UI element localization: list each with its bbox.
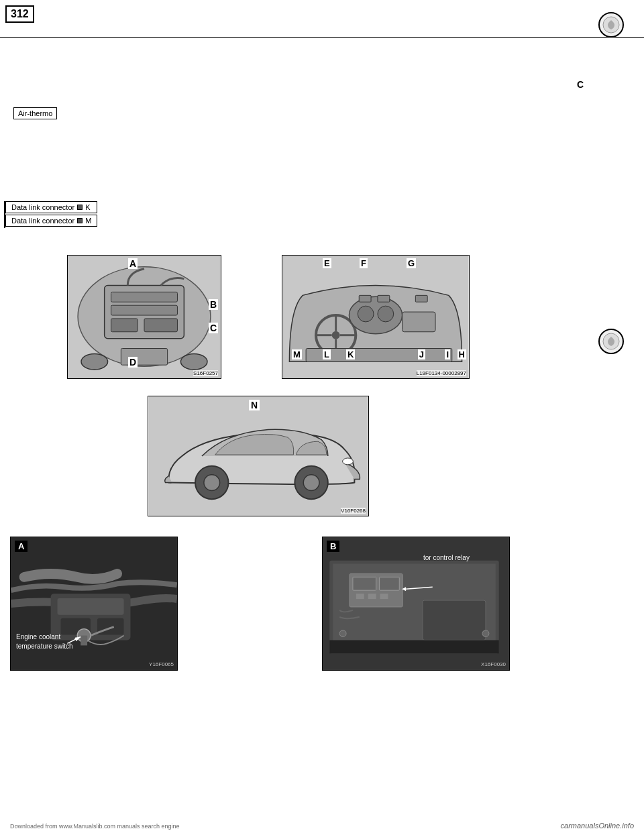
engine-fig-code: S16F0257 — [193, 370, 218, 376]
relay-photo-label: B — [327, 541, 339, 552]
svg-point-19 — [358, 306, 374, 322]
right-badge-lower — [598, 329, 624, 354]
relay-fig-code: X16F0030 — [481, 661, 506, 667]
svg-rect-39 — [80, 636, 87, 646]
data-link-section: Data link connector K Data link connecto… — [5, 201, 97, 228]
engine-label-c: C — [209, 323, 218, 333]
svg-point-31 — [303, 475, 319, 491]
svg-rect-35 — [58, 598, 124, 615]
data-link-connector-1-label: Data link connector — [11, 203, 74, 211]
engine-bay-diagram: A B C D S16F0257 — [67, 255, 221, 379]
svg-point-9 — [81, 353, 108, 370]
dash-label-f: F — [360, 258, 368, 268]
svg-rect-50 — [380, 594, 388, 599]
svg-rect-23 — [378, 295, 390, 302]
section-c-label: C — [577, 79, 584, 90]
svg-point-55 — [339, 630, 346, 637]
data-link-connector-2-suffix: M — [85, 217, 91, 225]
coolant-fig-code: Y16F0065 — [149, 661, 174, 667]
svg-point-20 — [378, 306, 394, 322]
data-link-connector-1-suffix: K — [85, 203, 90, 211]
dash-label-g: G — [407, 258, 416, 268]
top-right-badge — [598, 12, 624, 38]
svg-rect-46 — [353, 577, 376, 590]
svg-rect-4 — [111, 292, 178, 302]
svg-rect-47 — [380, 577, 400, 590]
svg-rect-6 — [111, 319, 138, 332]
relay-photo: B tor control relay X16F0030 — [322, 537, 510, 671]
car-label-n: N — [249, 400, 260, 410]
svg-rect-21 — [402, 312, 435, 332]
svg-rect-22 — [359, 295, 371, 302]
engine-label-a: A — [128, 258, 138, 269]
coolant-photo-label: A — [15, 541, 28, 552]
car-fig-code: V16F0268 — [341, 508, 366, 514]
air-thermo-label: Air-thermo — [13, 107, 57, 119]
svg-point-56 — [482, 630, 489, 637]
footer-download-text: Downloaded from www.Manualslib.com manua… — [10, 823, 180, 830]
svg-point-10 — [180, 353, 207, 370]
engine-label-b: B — [209, 299, 218, 310]
svg-rect-53 — [423, 600, 486, 640]
data-link-connector-1: Data link connector K — [5, 201, 97, 213]
dashboard-diagram: E F G H I J K L M L19F0134-00002897 — [282, 255, 470, 379]
data-link-connector-2-label: Data link connector — [11, 217, 74, 225]
svg-point-29 — [204, 475, 220, 491]
dash-label-k: K — [346, 349, 355, 359]
dash-label-h: H — [458, 349, 466, 359]
dash-label-m: M — [292, 349, 302, 359]
dash-label-l: L — [323, 349, 331, 359]
engine-coolant-photo: A Engine coolant temperature switch Y16F… — [10, 537, 178, 671]
svg-point-13 — [332, 331, 340, 339]
dashboard-fig-code: L19F0134-00002897 — [417, 370, 466, 376]
svg-rect-7 — [144, 319, 177, 332]
car-overview-diagram: N V16F0268 — [148, 396, 369, 516]
engine-label-d: D — [128, 357, 138, 368]
svg-point-18 — [349, 296, 402, 333]
svg-rect-24 — [415, 295, 427, 302]
data-link-connector-2: Data link connector M — [5, 215, 97, 227]
relay-caption: tor control relay — [423, 554, 470, 561]
footer-brand: carmanualsOnline.info — [561, 822, 634, 830]
dash-label-j: J — [418, 349, 425, 359]
connector-symbol-1 — [77, 205, 83, 210]
dash-label-i: I — [445, 349, 450, 359]
connector-symbol-2 — [77, 218, 83, 223]
page-number: 312 — [5, 5, 34, 23]
svg-rect-5 — [111, 305, 178, 315]
svg-point-32 — [343, 458, 354, 465]
header-divider — [0, 37, 644, 38]
svg-rect-49 — [368, 594, 376, 599]
dash-label-e: E — [323, 258, 331, 268]
svg-rect-54 — [329, 640, 498, 653]
svg-rect-48 — [356, 594, 364, 599]
engine-coolant-caption: Engine coolant temperature switch — [16, 632, 72, 651]
